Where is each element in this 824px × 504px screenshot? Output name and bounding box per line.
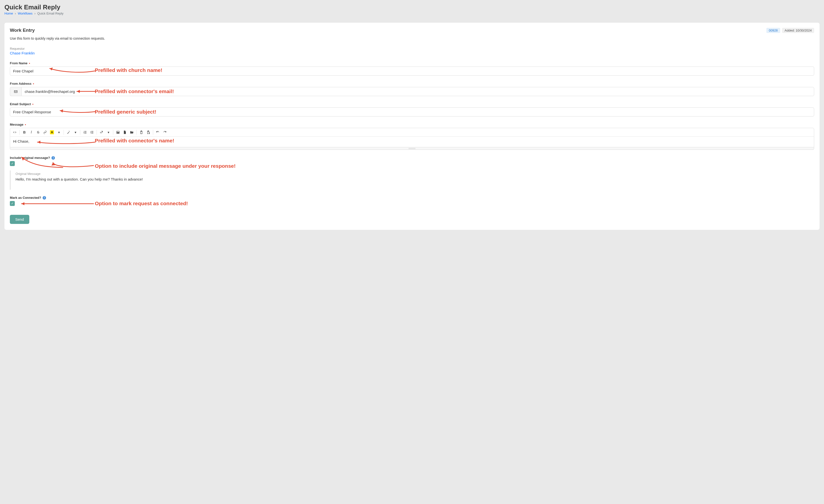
required-icon: • (29, 61, 30, 65)
eraser-icon[interactable] (98, 129, 105, 135)
magic-wand-icon[interactable] (65, 129, 72, 135)
text-color-icon[interactable]: A (49, 129, 55, 135)
include-original-checkbox[interactable]: ✓ (10, 161, 15, 166)
required-icon: • (25, 123, 26, 126)
original-message-block: Original Message Hello, I'm reaching out… (10, 171, 814, 190)
envelope-icon (10, 87, 21, 96)
required-icon: • (33, 82, 34, 86)
breadcrumb-current: Quick Email Reply (37, 12, 64, 15)
message-label: Message• (10, 123, 26, 126)
message-editor: B I S A ▾ ▾ (10, 128, 814, 147)
requestor-label: Requestor (10, 47, 814, 51)
from-name-input[interactable] (10, 67, 814, 76)
subject-input[interactable] (10, 107, 814, 116)
from-address-input[interactable] (21, 87, 814, 96)
info-icon[interactable]: i (51, 156, 55, 160)
breadcrumb-home[interactable]: Home (4, 12, 13, 15)
editor-resize-handle[interactable] (10, 147, 814, 150)
include-original-label: Include original message? i (10, 156, 55, 160)
mark-connected-label: Mark as Connected? i (10, 196, 46, 200)
file-icon[interactable] (122, 129, 128, 135)
link-icon[interactable] (42, 129, 48, 135)
page-title: Quick Email Reply (4, 3, 820, 11)
undo-icon[interactable] (154, 129, 161, 135)
code-view-icon[interactable] (12, 129, 18, 135)
chevron-right-icon: › (15, 12, 16, 15)
dropdown-icon[interactable]: ▾ (105, 129, 112, 135)
panel-intro: Use this form to quickly reply via email… (10, 36, 814, 40)
required-icon: • (32, 102, 33, 106)
from-address-label: From Address• (10, 82, 34, 86)
original-message-title: Original Message (15, 172, 814, 176)
bold-icon[interactable]: B (21, 129, 27, 135)
work-entry-panel: Work Entry 00928 Added: 10/30/2024 Use t… (4, 23, 820, 230)
italic-icon[interactable]: I (28, 129, 34, 135)
workflow-id-badge[interactable]: 00928 (766, 28, 780, 33)
chevron-right-icon: › (34, 12, 35, 15)
redo-icon[interactable] (162, 129, 168, 135)
breadcrumb-workflows[interactable]: Workflows (18, 12, 32, 15)
original-message-text: Hello, I'm reaching out with a question.… (15, 177, 814, 181)
editor-toolbar: B I S A ▾ ▾ (10, 128, 814, 137)
subject-label: Email Subject• (10, 102, 33, 106)
paste-icon[interactable] (145, 129, 151, 135)
unordered-list-icon[interactable] (89, 129, 95, 135)
dropdown-icon[interactable]: ▾ (56, 129, 62, 135)
info-icon[interactable]: i (42, 196, 46, 200)
folder-open-icon[interactable] (128, 129, 135, 135)
ordered-list-icon[interactable] (82, 129, 88, 135)
message-body[interactable]: Hi Chase, (10, 137, 814, 147)
dropdown-icon[interactable]: ▾ (72, 129, 79, 135)
requestor-link[interactable]: Chase Franklin (10, 51, 35, 55)
breadcrumb: Home › Workflows › Quick Email Reply (4, 12, 820, 15)
image-icon[interactable] (115, 129, 121, 135)
send-button[interactable]: Send (10, 215, 29, 224)
mark-connected-checkbox[interactable]: ✓ (10, 201, 15, 206)
added-date-badge: Added: 10/30/2024 (782, 28, 814, 33)
clipboard-icon[interactable] (138, 129, 144, 135)
strike-icon[interactable]: S (35, 129, 41, 135)
panel-title: Work Entry (10, 27, 35, 33)
from-name-label: From Name• (10, 61, 30, 65)
